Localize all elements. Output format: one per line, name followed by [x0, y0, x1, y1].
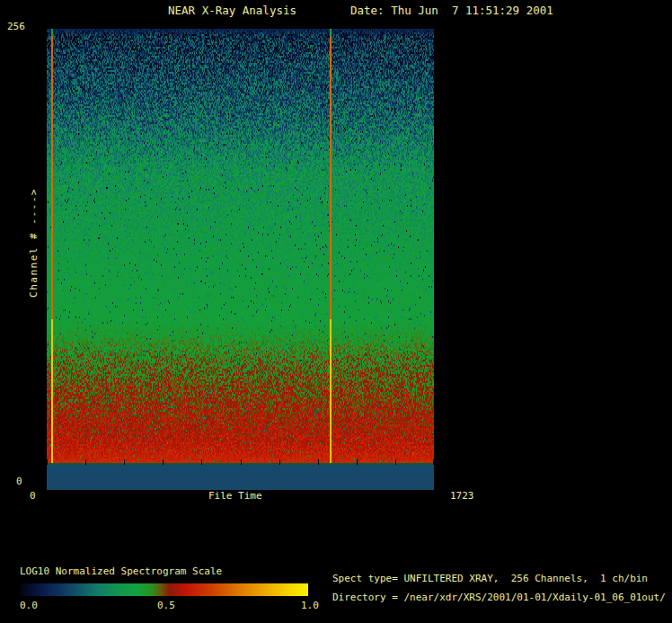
colorbar-canvas: [20, 583, 308, 596]
y-axis-title: Channel # ---->: [29, 166, 39, 319]
colorbar-tick-high: 1.0: [301, 601, 319, 610]
spectrogram-canvas: [47, 29, 434, 490]
colorbar-tick-low: 0.0: [20, 601, 38, 610]
spectrogram-plot: [47, 29, 434, 490]
colorbar-tick-mid: 0.5: [157, 601, 175, 610]
directory-label: Directory = /near/xdr/XRS/2001/01-01/Xda…: [332, 592, 666, 602]
page-title: NEAR X-Ray Analysis: [168, 5, 296, 17]
x-axis-max-label: 1723: [450, 491, 474, 501]
y-axis-max-label: 256: [7, 22, 25, 31]
spect-type-label: Spect type= UNFILTERED XRAY, 256 Channel…: [332, 574, 648, 583]
colorbar-title: LOG10 Normalized Spectrogram Scale: [20, 566, 222, 576]
colorbar: [20, 583, 308, 595]
x-axis-title: File Time: [208, 491, 262, 501]
date-label: Date: Thu Jun 7 11:51:29 2001: [350, 5, 553, 17]
x-axis-min-label: 0: [30, 491, 36, 501]
y-axis-min-label: 0: [16, 476, 22, 486]
